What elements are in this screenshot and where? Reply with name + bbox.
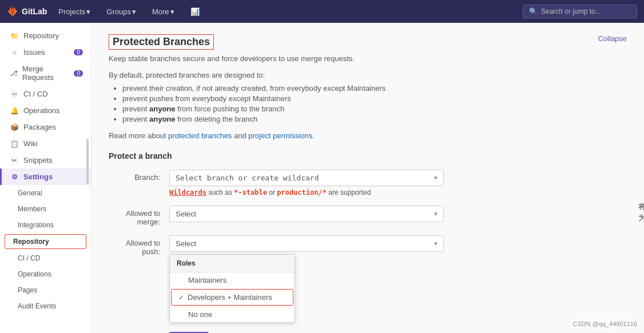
top-navigation: GitLab Projects ▾ Groups ▾ More ▾ 📊 🔍 Se… — [0, 0, 644, 23]
protect-section-title: Protect a branch — [109, 151, 627, 161]
annotation-text: 将默认的maintainers修改为developers+maintainers — [638, 201, 644, 223]
sidebar-item-operations[interactable]: 🔔 Operations — [0, 102, 91, 119]
gitlab-logo[interactable]: GitLab — [7, 6, 47, 17]
wildcards-link[interactable]: Wildcards — [169, 188, 206, 196]
bullet-item: prevent their creation, if not already c… — [122, 84, 627, 93]
allowed-merge-label: Allowed to merge: — [109, 206, 160, 226]
allowed-push-field: Select ▾ Roles Maintainers ✓ Developers … — [169, 235, 627, 323]
search-icon: 🔍 — [529, 7, 538, 15]
scroll-indicator — [86, 139, 89, 184]
roles-label-maintainers: Maintainers — [188, 276, 226, 284]
analytics-icon: 📊 — [190, 7, 200, 16]
roles-dropdown: Roles Maintainers ✓ Developers + Maintai… — [169, 254, 295, 323]
bullet-list: prevent their creation, if not already c… — [109, 84, 627, 123]
settings-icon: ⚙ — [10, 173, 19, 181]
bullet-item: prevent anyone from force pushing to the… — [122, 105, 627, 113]
chevron-down-icon: ▾ — [132, 7, 136, 16]
sidebar-item-ci-cd-sub[interactable]: CI / CD — [0, 250, 91, 266]
roles-header: Roles — [170, 255, 295, 272]
nav-more[interactable]: More ▾ — [148, 5, 179, 18]
sidebar-item-audit-events[interactable]: Audit Events — [0, 298, 91, 314]
page-header: Protected Branches Collapse — [109, 34, 627, 50]
roles-item-no-one[interactable]: No one — [170, 307, 295, 322]
sidebar-item-members[interactable]: Members — [0, 201, 91, 217]
snippets-icon: ✂ — [10, 157, 19, 165]
roles-item-developers-maintainers[interactable]: ✓ Developers + Maintainers — [171, 289, 293, 306]
chevron-down-icon: ▾ — [86, 7, 90, 16]
issues-icon: ○ — [10, 49, 19, 57]
merge-requests-badge: 0 — [74, 70, 83, 77]
page-title-box: Protected Branches — [109, 34, 214, 50]
sidebar-item-packages[interactable]: 📦 Packages — [0, 119, 91, 135]
annotation: 将默认的maintainers修改为developers+maintainers — [638, 201, 644, 258]
sidebar-item-pages[interactable]: Pages — [0, 282, 91, 298]
gitlab-wordmark: GitLab — [22, 7, 47, 16]
allowed-push-chevron: ▾ — [434, 240, 438, 247]
sidebar-item-repository-sub[interactable]: Repository — [5, 234, 86, 249]
protected-branches-link[interactable]: protected branches — [168, 131, 232, 140]
roles-item-maintainers[interactable]: Maintainers — [170, 272, 295, 288]
packages-icon: 📦 — [10, 123, 19, 131]
branch-field: Select branch or create wildcard ▾ Wildc… — [169, 170, 627, 196]
sidebar-item-general[interactable]: General — [0, 185, 91, 201]
page-subtitle: Keep stable branches secure and force de… — [109, 54, 627, 63]
branch-select[interactable]: Select branch or create wildcard ▾ — [169, 170, 444, 186]
wildcard-example1: *-stable — [234, 188, 267, 196]
sidebar-item-ci-cd[interactable]: ♾ CI / CD — [0, 86, 91, 102]
repository-icon: 📁 — [10, 32, 19, 40]
sidebar-item-settings[interactable]: ⚙ Settings — [0, 168, 91, 185]
allowed-push-label: Allowed to push: — [109, 235, 160, 256]
operations-icon: 🔔 — [10, 107, 19, 115]
collapse-link[interactable]: Collapse — [598, 34, 627, 43]
sidebar-item-snippets[interactable]: ✂ Snippets — [0, 152, 91, 168]
more-info: Read more about protected branches and p… — [109, 131, 627, 140]
nav-groups[interactable]: Groups ▾ — [102, 5, 141, 18]
allowed-merge-chevron: ▾ — [434, 210, 438, 218]
topnav-right: 🔍 Search or jump to... — [523, 5, 637, 18]
allowed-merge-placeholder: Select — [176, 210, 196, 218]
branch-form-row: Branch: Select branch or create wildcard… — [109, 170, 627, 196]
watermark: CSDN @qq_44801116 — [570, 319, 639, 328]
allowed-merge-field: Select ▾ — [169, 206, 627, 222]
main-content: Protected Branches Collapse Keep stable … — [92, 23, 644, 333]
annotation-arrow — [638, 223, 644, 258]
protect-branch-section: Protect a branch Branch: Select branch o… — [109, 151, 627, 333]
allowed-merge-row: Allowed to merge: Select ▾ — [109, 206, 627, 226]
nav-projects[interactable]: Projects ▾ — [54, 5, 95, 18]
sidebar-item-issues[interactable]: ○ Issues 0 — [0, 44, 91, 61]
allowed-merge-select[interactable]: Select ▾ — [169, 206, 444, 222]
wiki-icon: 📋 — [10, 140, 19, 148]
sidebar: 📁 Repository ○ Issues 0 ⎇ Merge Requests… — [0, 23, 92, 333]
roles-label-no-one: No one — [188, 310, 212, 319]
merge-requests-icon: ⎇ — [10, 69, 18, 77]
bullet-item: prevent anyone from deleting the branch — [122, 115, 627, 123]
page-title: Protected Branches — [113, 36, 210, 48]
check-icon: ✓ — [178, 294, 184, 302]
nav-analytics[interactable]: 📊 — [186, 5, 204, 18]
allowed-push-row: Allowed to push: Select ▾ Roles Maintain… — [109, 235, 627, 323]
ci-cd-icon: ♾ — [10, 90, 19, 98]
search-input[interactable]: 🔍 Search or jump to... — [523, 5, 637, 18]
wildcard-example2: production/* — [277, 188, 327, 196]
sidebar-item-repository[interactable]: 📁 Repository — [0, 27, 91, 44]
issues-badge: 0 — [74, 49, 83, 55]
branch-select-placeholder: Select branch or create wildcard — [176, 174, 319, 182]
sidebar-item-integrations[interactable]: Integrations — [0, 217, 91, 233]
description: By default, protected branches are desig… — [109, 71, 627, 79]
allowed-push-select[interactable]: Select ▾ — [169, 235, 444, 252]
roles-label-developers-maintainers: Developers + Maintainers — [188, 293, 272, 302]
sidebar-item-operations-sub[interactable]: Operations — [0, 266, 91, 282]
branch-select-chevron: ▾ — [434, 174, 438, 182]
sidebar-item-wiki[interactable]: 📋 Wiki — [0, 135, 91, 152]
sidebar-item-merge-requests[interactable]: ⎇ Merge Requests 0 — [0, 61, 91, 86]
branch-label: Branch: — [109, 170, 160, 182]
page-layout: 📁 Repository ○ Issues 0 ⎇ Merge Requests… — [0, 23, 644, 333]
project-permissions-link[interactable]: project permissions — [248, 131, 312, 140]
wildcard-hint: Wildcards such as *-stable or production… — [169, 188, 627, 196]
allowed-push-placeholder: Select — [176, 239, 196, 248]
bullet-item: prevent pushes from everybody except Mai… — [122, 94, 627, 103]
chevron-down-icon: ▾ — [170, 7, 174, 16]
